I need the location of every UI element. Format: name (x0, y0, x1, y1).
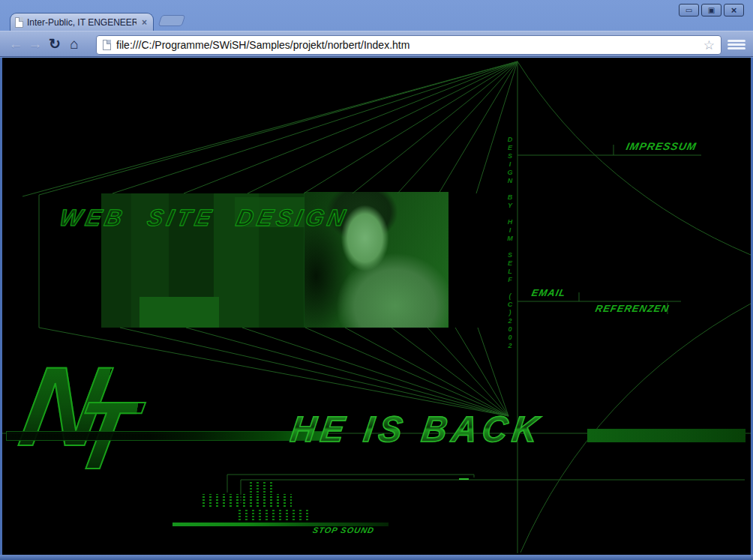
maximize-button[interactable]: ▣ (701, 4, 722, 16)
page-content: WEB SITE DESIGN DESIGN BY HIM SELF (C)20… (2, 58, 751, 555)
tagline-band (6, 431, 324, 441)
url-page-icon (103, 40, 111, 50)
toolbar: ← → ↻ ⌂ file:///C:/Programme/SWiSH/Sampl… (0, 31, 753, 57)
equalizer-dots-top (250, 482, 274, 493)
minimize-button[interactable]: ▭ (679, 4, 699, 16)
titlebar: ▭ ▣ × Inter-Public, IT ENGENEERIN × (0, 0, 753, 31)
bookmark-star-icon[interactable]: ☆ (704, 37, 715, 53)
tagline-bar-right (587, 429, 746, 442)
nav-link-email[interactable]: EMAIL (530, 287, 567, 298)
close-button[interactable]: × (724, 4, 744, 16)
tab-close-icon[interactable]: × (140, 17, 148, 28)
window-border-bottom (0, 555, 753, 560)
forward-button[interactable]: → (26, 35, 45, 53)
browser-tab[interactable]: Inter-Public, IT ENGENEERIN × (10, 13, 154, 31)
page-icon (15, 17, 23, 28)
sound-cursor (459, 478, 469, 480)
stop-sound-button[interactable]: STOP SOUND (312, 526, 376, 535)
address-bar[interactable]: file:///C:/Programme/SWiSH/Samples/proje… (96, 35, 722, 55)
nav-link-impressum[interactable]: IMPRESSUM (625, 140, 698, 152)
reload-button[interactable]: ↻ (45, 35, 64, 53)
equalizer-dots-bottom (238, 509, 312, 520)
tab-title: Inter-Public, IT ENGENEERIN (27, 17, 136, 28)
nav-link-referenzen[interactable]: REFERENZEN (594, 303, 670, 314)
url-text[interactable]: file:///C:/Programme/SWiSH/Samples/proje… (116, 39, 698, 51)
window-controls: ▭ ▣ × (679, 4, 744, 16)
browser-window: ▭ ▣ × Inter-Public, IT ENGENEERIN × ← → … (0, 0, 753, 560)
new-tab-button[interactable] (158, 15, 186, 26)
home-button[interactable]: ⌂ (64, 35, 84, 53)
tagline-text: HE IS BACK (288, 408, 546, 451)
menu-icon[interactable] (728, 37, 746, 52)
site-headline: WEB SITE DESIGN (57, 205, 351, 232)
back-button[interactable]: ← (6, 35, 26, 53)
equalizer-dots-middle (202, 494, 292, 507)
vertical-credit: DESIGN BY HIM SELF (C)2002 (502, 136, 518, 350)
